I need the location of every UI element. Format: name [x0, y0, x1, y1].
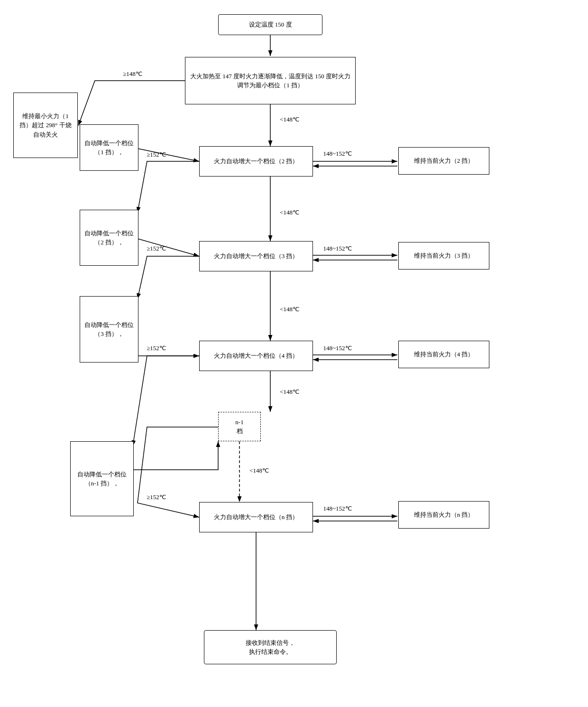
flowchart-container: 设定温度 150 度 大火加热至 147 度时火力逐渐降低，温度到达 150 度… — [0, 0, 588, 707]
label-ge152-4: ≥152℃ — [140, 344, 173, 352]
label-range3: 148~152℃ — [319, 245, 357, 252]
dl3-node: 自动降低一个档位（3 挡）， — [80, 296, 138, 363]
label-lt148-nm1: <148℃ — [243, 467, 276, 474]
label-ge148: ≥148℃ — [114, 70, 152, 78]
label-range4: 148~152℃ — [319, 344, 357, 352]
label-lt148-2: <148℃ — [273, 209, 306, 216]
left1-node: 维持最小火力（1 挡）超过 298° 干烧自动关火 — [13, 93, 78, 158]
n1-node: 大火加热至 147 度时火力逐渐降低，温度到达 150 度时火力调节为最小档位（… — [185, 57, 356, 104]
start-node: 设定温度 150 度 — [218, 14, 322, 35]
right4-node: 维持当前火力（4 挡） — [398, 341, 489, 368]
label-ge152-3: ≥152℃ — [140, 245, 173, 252]
rightn-node: 维持当前火力（n 挡） — [398, 501, 489, 529]
n4-node: 火力自动增大一个档位（4 挡） — [199, 341, 313, 371]
label-lt148-1: <148℃ — [273, 116, 306, 123]
dl1-node: 自动降低一个档位（1 挡）， — [80, 124, 138, 171]
n3-node: 火力自动增大一个档位（3 挡） — [199, 241, 313, 271]
label-lt148-3: <148℃ — [273, 306, 306, 313]
label-range2: 148~152℃ — [319, 150, 357, 158]
label-lt148-4: <148℃ — [273, 388, 306, 396]
dl4-node: 自动降低一个档位（n-1 挡）， — [70, 441, 134, 516]
dl2-node: 自动降低一个档位（2 挡）， — [80, 210, 138, 266]
n2-node: 火力自动增大一个档位（2 挡） — [199, 146, 313, 177]
end-node: 接收到结束信号， 执行结束命令。 — [204, 630, 337, 664]
label-ge152-2: ≥152℃ — [140, 151, 173, 158]
right3-node: 维持当前火力（3 挡） — [398, 242, 489, 270]
label-ge152-n: ≥152℃ — [140, 493, 173, 501]
nn-node: 火力自动增大一个档位（n 挡） — [199, 502, 313, 532]
nm1-node: n-1 档 — [218, 412, 261, 441]
right2-node: 维持当前火力（2 挡） — [398, 147, 489, 175]
label-rangen: 148~152℃ — [319, 505, 357, 512]
